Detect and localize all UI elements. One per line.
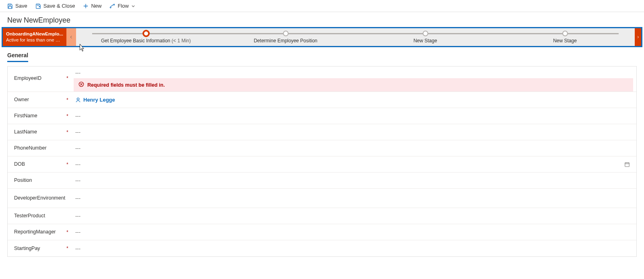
error-text: Required fields must be filled in. xyxy=(87,82,165,88)
error-banner: Required fields must be filled in. xyxy=(74,78,633,92)
label-last-name: LastName xyxy=(14,129,66,135)
bpf-stage-1[interactable]: Determine Employee Position xyxy=(216,28,355,46)
label-dob: DOB xyxy=(14,161,66,167)
flow-label: Flow xyxy=(118,3,128,9)
save-close-label: Save & Close xyxy=(43,3,75,9)
calendar-icon[interactable] xyxy=(624,162,633,167)
field-reporting-manager: ReportingManager * --- xyxy=(8,224,636,240)
flow-icon xyxy=(109,3,115,9)
label-starting-pay: StartingPay xyxy=(14,246,66,252)
label-phone-number: PhoneNumber xyxy=(14,145,66,151)
field-position: Position --- xyxy=(8,173,636,189)
required-marker: * xyxy=(66,129,74,135)
save-icon xyxy=(7,3,13,9)
field-employee-id: EmployeeID * --- Required fields must be… xyxy=(8,67,636,92)
bpf-process-status: Active for less than one mi... xyxy=(6,37,63,43)
required-marker: * xyxy=(66,246,74,251)
bpf-stage-label-0: Get Employee Basic Information xyxy=(101,38,170,44)
save-label: Save xyxy=(15,3,27,9)
label-position: Position xyxy=(14,177,66,183)
required-marker: * xyxy=(66,70,74,81)
field-tester-product: TesterProduct --- xyxy=(8,208,636,224)
bpf-process-name: OnboardingANewEmplo... xyxy=(6,31,63,37)
required-marker: * xyxy=(66,97,74,103)
label-tester-product: TesterProduct xyxy=(14,213,66,219)
bpf-stage-2[interactable]: New Stage xyxy=(355,28,495,46)
value-position[interactable]: --- xyxy=(75,177,80,183)
command-bar: Save Save & Close New Flow xyxy=(0,0,644,12)
field-dob: DOB * --- xyxy=(8,156,636,173)
bpf-process-pill[interactable]: OnboardingANewEmplo... Active for less t… xyxy=(3,28,66,46)
bpf-node-icon xyxy=(562,31,568,36)
value-reporting-manager[interactable]: --- xyxy=(75,229,80,235)
bpf-prev-button[interactable] xyxy=(66,28,76,46)
new-button[interactable]: New xyxy=(79,0,105,12)
value-employee-id[interactable]: --- xyxy=(75,70,80,76)
person-icon xyxy=(75,97,81,103)
tab-general[interactable]: General xyxy=(7,50,28,62)
bpf-node-icon xyxy=(142,30,150,37)
bpf-stage-label-1: Determine Employee Position xyxy=(254,38,317,44)
chevron-left-icon xyxy=(69,34,73,40)
bpf-stage-3[interactable]: New Stage xyxy=(495,28,635,46)
label-first-name: FirstName xyxy=(14,113,66,119)
value-last-name[interactable]: --- xyxy=(75,129,80,135)
bpf-node-icon xyxy=(283,31,289,36)
form-section-general: EmployeeID * --- Required fields must be… xyxy=(7,66,637,257)
field-phone-number: PhoneNumber --- xyxy=(8,140,636,156)
value-owner[interactable]: Henry Legge xyxy=(74,97,633,103)
page-title: New NewEmployee xyxy=(0,12,644,27)
chevron-right-icon xyxy=(636,35,640,40)
error-icon xyxy=(78,81,84,88)
field-owner: Owner * Henry Legge xyxy=(8,92,636,108)
label-employee-id: EmployeeID xyxy=(14,70,66,81)
required-marker: * xyxy=(66,162,74,167)
bpf-track: Get Employee Basic Information (< 1 Min)… xyxy=(76,28,635,46)
save-close-button[interactable]: Save & Close xyxy=(31,0,79,12)
bpf-stage-0[interactable]: Get Employee Basic Information (< 1 Min) xyxy=(76,28,216,46)
label-dev-env: DeveloperEnvironment xyxy=(14,195,66,201)
svg-rect-4 xyxy=(625,162,630,167)
new-label: New xyxy=(91,3,101,9)
bpf-stage-label-2: New Stage xyxy=(413,38,437,44)
field-first-name: FirstName * --- xyxy=(8,108,636,124)
svg-point-3 xyxy=(77,98,79,100)
field-dev-env: DeveloperEnvironment --- xyxy=(8,189,636,208)
tab-strip: General xyxy=(0,47,644,62)
chevron-down-icon xyxy=(131,4,135,8)
value-first-name[interactable]: --- xyxy=(75,113,80,119)
label-owner: Owner xyxy=(14,97,66,103)
bpf-stage-label-3: New Stage xyxy=(553,38,577,44)
plus-icon xyxy=(83,3,89,9)
save-close-icon xyxy=(35,3,41,9)
value-phone-number[interactable]: --- xyxy=(75,145,80,151)
value-dev-env[interactable]: --- xyxy=(75,195,80,201)
save-button[interactable]: Save xyxy=(3,0,31,12)
bpf-node-icon xyxy=(423,31,428,36)
bpf-stage-duration-0: (< 1 Min) xyxy=(171,38,191,44)
owner-link[interactable]: Henry Legge xyxy=(83,97,115,103)
value-dob[interactable]: --- xyxy=(75,161,80,167)
label-reporting-manager: ReportingManager xyxy=(14,229,66,235)
required-marker: * xyxy=(66,229,74,235)
required-marker: * xyxy=(66,113,74,119)
bpf-next-button[interactable] xyxy=(635,28,641,46)
bpf-container: OnboardingANewEmplo... Active for less t… xyxy=(2,27,642,47)
field-last-name: LastName * --- xyxy=(8,124,636,140)
value-starting-pay[interactable]: --- xyxy=(75,246,80,252)
value-tester-product[interactable]: --- xyxy=(75,213,80,219)
flow-button[interactable]: Flow xyxy=(105,0,139,12)
svg-point-1 xyxy=(114,4,115,5)
field-starting-pay: StartingPay * --- xyxy=(8,240,636,256)
